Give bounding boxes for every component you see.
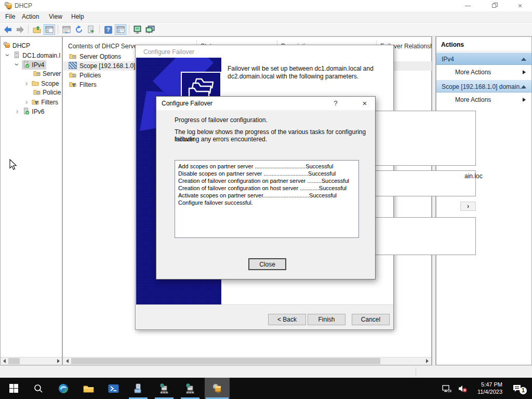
taskbar-ad-tool-button[interactable] bbox=[153, 378, 176, 399]
progress-status-text: Progress of failover configuration. bbox=[175, 116, 268, 124]
finish-button[interactable]: Finish bbox=[308, 314, 345, 325]
forward-arrow-icon bbox=[16, 25, 24, 34]
chevron-collapsed-icon[interactable]: › bbox=[14, 107, 20, 116]
search-icon bbox=[34, 384, 43, 393]
help-icon: ? bbox=[104, 26, 112, 34]
window-title: DHCP bbox=[15, 2, 32, 9]
restore-button[interactable] bbox=[485, 1, 503, 10]
more-actions-ipv4[interactable]: More Actions bbox=[436, 65, 531, 79]
taskbar-dns-tool-button[interactable] bbox=[179, 378, 202, 399]
minimize-button[interactable] bbox=[459, 1, 477, 10]
list-item-label: Server Options bbox=[79, 53, 121, 60]
up-folder-icon bbox=[33, 25, 41, 34]
menu-help[interactable]: Help bbox=[71, 13, 84, 20]
dialog-help-button[interactable]: ? bbox=[328, 99, 343, 109]
actions-section-ipv4[interactable]: IPv4 bbox=[436, 52, 531, 65]
up-one-level-button[interactable] bbox=[31, 24, 43, 35]
tray-time: 5:47 PM bbox=[470, 381, 502, 388]
wizard-title: Configure Failover bbox=[143, 48, 194, 56]
tree-label: Policie bbox=[43, 89, 61, 96]
list-horizontal-scrollbar[interactable] bbox=[63, 357, 431, 364]
scroll-right-icon[interactable] bbox=[55, 357, 62, 365]
column-header-contents[interactable]: Contents of DHCP Server bbox=[68, 43, 139, 50]
scroll-left-icon[interactable] bbox=[63, 357, 71, 365]
cancel-button[interactable]: Cancel bbox=[352, 314, 390, 325]
more-actions-scope[interactable]: More Actions bbox=[436, 93, 531, 107]
ipv4-server-icon bbox=[22, 61, 30, 68]
start-button[interactable] bbox=[2, 378, 25, 399]
menu-bar: File Action View Help bbox=[0, 11, 532, 23]
dialog-titlebar: Configure Failover ? × bbox=[156, 97, 375, 110]
collapse-icon[interactable] bbox=[521, 58, 526, 61]
menu-file[interactable]: File bbox=[5, 13, 15, 20]
chevron-expanded-icon[interactable]: › bbox=[12, 61, 22, 68]
scroll-right-icon[interactable] bbox=[423, 357, 431, 365]
collapse-icon[interactable] bbox=[521, 85, 526, 88]
actions-section-scope[interactable]: Scope [192.168.1.0] domain... bbox=[436, 80, 531, 92]
taskbar-explorer-button[interactable] bbox=[77, 378, 100, 399]
refresh-button[interactable] bbox=[73, 24, 85, 35]
close-dialog-button[interactable]: Close bbox=[248, 258, 286, 270]
log-line: Disable scopes on partner server .......… bbox=[178, 170, 355, 177]
scrollbar-thumb[interactable] bbox=[71, 358, 380, 364]
show-console-tree-button[interactable] bbox=[44, 24, 55, 35]
chevron-right-icon: › bbox=[467, 203, 469, 210]
tray-date: 11/4/2023 bbox=[470, 388, 502, 395]
clock[interactable]: 5:47 PM 11/4/2023 bbox=[470, 381, 502, 395]
filters-icon bbox=[69, 81, 77, 88]
menu-action[interactable]: Action bbox=[22, 13, 39, 20]
help-icon: ? bbox=[334, 99, 337, 107]
chevron-collapsed-icon[interactable]: › bbox=[23, 97, 30, 107]
forward-button[interactable] bbox=[15, 24, 26, 35]
window-titlebar: DHCP × bbox=[0, 0, 532, 11]
dhcp-console-screen: DHCP × File Action View Help bbox=[0, 0, 532, 399]
scroll-left-icon[interactable] bbox=[1, 357, 8, 365]
wizard-expand-button[interactable]: › bbox=[460, 202, 476, 211]
properties-icon bbox=[62, 25, 71, 34]
add-server-button[interactable] bbox=[132, 24, 143, 35]
scrollbar-thumb[interactable] bbox=[8, 358, 20, 364]
scope-icon bbox=[69, 62, 77, 69]
log-line: Configure failover successful. bbox=[178, 199, 355, 206]
pane-splitter[interactable] bbox=[432, 36, 436, 365]
menu-view[interactable]: View bbox=[49, 13, 62, 20]
taskbar-dhcp-button[interactable] bbox=[205, 378, 230, 399]
close-icon: × bbox=[363, 99, 367, 108]
chevron-expanded-icon[interactable]: › bbox=[3, 52, 12, 58]
export-list-button[interactable] bbox=[86, 24, 97, 35]
notification-center-button[interactable]: 1 bbox=[507, 378, 528, 399]
action-pane-icon bbox=[116, 25, 125, 34]
failover-log-box[interactable]: Add scopes on partner server ...........… bbox=[175, 160, 359, 238]
console-tree-icon bbox=[45, 25, 54, 34]
manage-servers-button[interactable] bbox=[144, 24, 156, 35]
dhcp-app-icon bbox=[4, 2, 12, 10]
back-button[interactable]: < Back bbox=[268, 314, 306, 325]
chevron-collapsed-icon[interactable]: › bbox=[23, 78, 30, 88]
computers-icon bbox=[145, 25, 155, 34]
list-item-label: Filters bbox=[79, 81, 97, 88]
tree-label: DC1.domain.l bbox=[22, 52, 60, 59]
tree-label: Scope bbox=[41, 80, 59, 87]
taskbar-search-button[interactable] bbox=[27, 378, 50, 399]
partner-server-text: ain.loc bbox=[464, 172, 483, 180]
close-button[interactable]: × bbox=[511, 1, 529, 10]
volume-tray-button[interactable] bbox=[455, 378, 471, 399]
server-manager-icon bbox=[133, 383, 143, 394]
properties-button[interactable] bbox=[61, 24, 72, 35]
log-line: Activate scopes on partner server.......… bbox=[178, 192, 355, 199]
dhcp-app-icon bbox=[212, 383, 222, 394]
close-icon: × bbox=[518, 2, 522, 10]
taskbar-server-manager-button[interactable] bbox=[127, 378, 150, 399]
tree-horizontal-scrollbar[interactable] bbox=[1, 357, 62, 364]
ipv6-server-icon bbox=[22, 108, 30, 115]
taskbar-edge-button[interactable] bbox=[52, 378, 75, 399]
taskbar-powershell-button[interactable] bbox=[102, 378, 125, 399]
help-button[interactable]: ? bbox=[102, 24, 114, 35]
action-pane-button[interactable] bbox=[115, 24, 126, 35]
actions-title: Actions bbox=[441, 41, 464, 48]
tree-label: Server bbox=[43, 70, 61, 77]
back-button[interactable] bbox=[2, 24, 14, 35]
network-tray-button[interactable] bbox=[439, 378, 455, 399]
dialog-close-button[interactable]: × bbox=[356, 98, 374, 109]
more-actions-label: More Actions bbox=[455, 69, 491, 76]
